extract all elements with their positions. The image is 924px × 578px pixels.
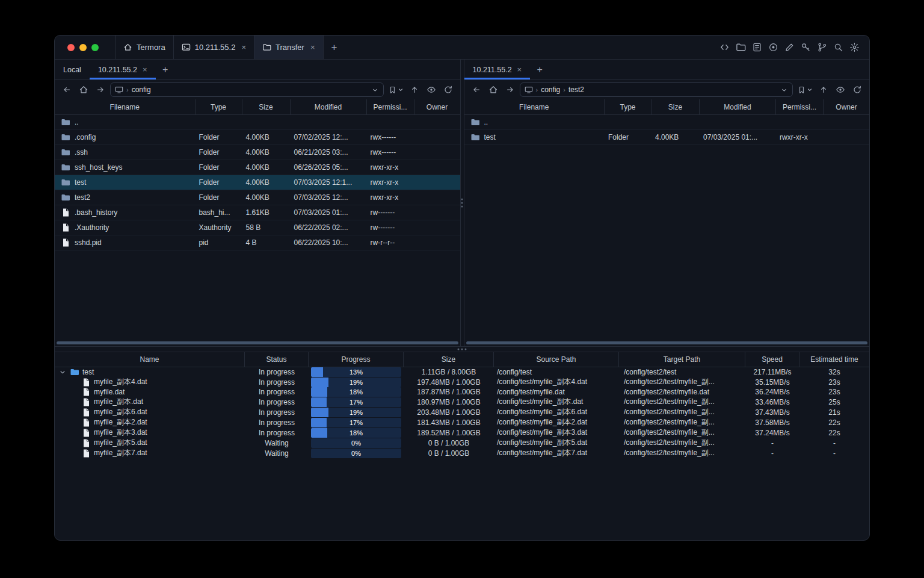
close-icon[interactable]: × — [241, 43, 246, 51]
chevron-down-icon[interactable] — [58, 368, 67, 376]
column-header-type[interactable]: Type — [196, 99, 242, 114]
breadcrumb-test2[interactable]: test2 — [568, 85, 584, 94]
file-row[interactable]: .bash_history bash_hi... 1.61KB 07/03/20… — [55, 205, 460, 220]
column-header-name[interactable]: Name — [55, 352, 245, 367]
column-header-progress[interactable]: Progress — [309, 352, 404, 367]
close-icon[interactable]: × — [310, 43, 315, 51]
speed-cell: - — [745, 449, 799, 458]
transfer-row[interactable]: test In progress 13% 1.11GB / 8.00GB /co… — [55, 367, 869, 377]
transfer-row[interactable]: myfile_副本7.dat Waiting 0% 0 B / 1.00GB /… — [55, 448, 869, 458]
show-hidden-button[interactable] — [833, 82, 848, 97]
column-header-type[interactable]: Type — [605, 99, 651, 114]
parent-directory-button[interactable] — [816, 82, 831, 97]
file-row[interactable]: ssh_host_keys Folder 4.00KB 06/26/2025 0… — [55, 160, 460, 175]
home-button[interactable] — [486, 82, 500, 97]
horizontal-splitter[interactable] — [55, 346, 869, 352]
breadcrumb-config[interactable]: config — [132, 85, 151, 94]
chevron-down-icon[interactable] — [371, 86, 379, 94]
folder-icon — [70, 367, 79, 377]
file-row[interactable]: .ssh Folder 4.00KB 06/21/2025 03:... rwx… — [55, 145, 460, 160]
code-icon[interactable] — [719, 42, 730, 52]
column-header-modified[interactable]: Modified — [700, 99, 776, 114]
left-tab-local[interactable]: Local — [55, 60, 90, 79]
horizontal-scrollbar[interactable] — [57, 341, 458, 344]
column-header-owner[interactable]: Owner — [824, 99, 869, 114]
edit-icon[interactable] — [784, 42, 795, 52]
column-header-modified[interactable]: Modified — [291, 99, 367, 114]
column-header-permissions[interactable]: Permissi... — [367, 99, 414, 114]
transfer-row[interactable]: myfile_副本3.dat In progress 18% 189.52MB … — [55, 427, 869, 438]
file-row[interactable]: .. — [464, 115, 870, 130]
column-header-owner[interactable]: Owner — [414, 99, 460, 114]
file-row[interactable]: .. — [55, 115, 460, 130]
file-row[interactable]: test Folder 4.00KB 07/03/2025 01:... rwx… — [464, 130, 870, 145]
folder-icon[interactable] — [736, 42, 746, 52]
left-add-tab-button[interactable]: + — [156, 60, 175, 79]
settings-icon[interactable] — [849, 42, 860, 52]
forward-button[interactable] — [503, 82, 517, 97]
left-path-bar[interactable]: › config — [110, 82, 384, 97]
log-icon[interactable] — [752, 42, 762, 52]
key-icon[interactable] — [801, 42, 811, 52]
column-header-size[interactable]: Size — [242, 99, 291, 114]
right-add-tab-button[interactable]: + — [530, 60, 549, 79]
right-path-bar[interactable]: › config › test2 — [520, 82, 793, 97]
up-arrow-icon — [410, 85, 419, 95]
transfer-row[interactable]: myfile_副本2.dat In progress 17% 181.43MB … — [55, 417, 869, 427]
bookmarks-button[interactable] — [795, 82, 814, 97]
file-row[interactable]: test2 Folder 4.00KB 07/03/2025 12:... rw… — [55, 190, 460, 205]
record-icon[interactable] — [768, 42, 778, 52]
zoom-window-button[interactable] — [91, 44, 99, 51]
show-hidden-button[interactable] — [424, 82, 439, 97]
vertical-splitter[interactable] — [460, 60, 464, 346]
minimize-window-button[interactable] — [79, 44, 87, 51]
column-header-permissions[interactable]: Permissi... — [776, 99, 824, 114]
refresh-icon — [852, 85, 862, 95]
back-button[interactable] — [469, 82, 484, 97]
traffic-lights — [55, 36, 99, 59]
column-header-status[interactable]: Status — [245, 352, 309, 367]
column-header-speed[interactable]: Speed — [745, 352, 799, 367]
target-path-cell: /config/test2/test/myfile_副... — [619, 448, 745, 458]
close-icon[interactable]: × — [517, 66, 522, 73]
close-window-button[interactable] — [67, 44, 75, 51]
horizontal-scrollbar[interactable] — [466, 341, 868, 344]
search-icon[interactable] — [833, 42, 843, 52]
home-button[interactable] — [76, 82, 91, 97]
branch-icon[interactable] — [817, 42, 827, 52]
file-icon — [81, 428, 91, 438]
refresh-button[interactable] — [850, 82, 864, 97]
column-header-filename[interactable]: Filename — [464, 99, 605, 114]
right-tab-host[interactable]: 10.211.55.2 × — [464, 60, 531, 79]
refresh-button[interactable] — [441, 82, 455, 97]
column-header-filename[interactable]: Filename — [55, 99, 196, 114]
bookmarks-button[interactable] — [386, 82, 405, 97]
column-header-estimated-time[interactable]: Estimated time — [799, 352, 869, 367]
chevron-down-icon[interactable] — [780, 86, 788, 94]
parent-directory-button[interactable] — [407, 82, 422, 97]
column-header-target-path[interactable]: Target Path — [619, 352, 745, 367]
tab-transfer[interactable]: Transfer × — [254, 36, 324, 59]
transfer-row[interactable]: myfile_副本6.dat In progress 19% 203.48MB … — [55, 407, 869, 417]
tab-termora[interactable]: Termora — [116, 36, 174, 59]
transfer-row[interactable]: myfile_副本5.dat Waiting 0% 0 B / 1.00GB /… — [55, 438, 869, 448]
file-row[interactable]: .config Folder 4.00KB 07/02/2025 12:... … — [55, 130, 460, 145]
column-header-size[interactable]: Size — [404, 352, 494, 367]
file-row[interactable]: sshd.pid pid 4 B 06/22/2025 10:... rw-r-… — [55, 235, 460, 250]
new-tab-button[interactable]: + — [324, 36, 345, 59]
forward-button[interactable] — [93, 82, 108, 97]
close-icon[interactable]: × — [143, 66, 147, 73]
column-header-source-path[interactable]: Source Path — [494, 352, 619, 367]
transfer-row[interactable]: myfile_副本4.dat In progress 19% 197.48MB … — [55, 377, 869, 387]
transfer-name: myfile_副本2.dat — [94, 417, 147, 427]
left-tab-host[interactable]: 10.211.55.2 × — [90, 60, 156, 79]
tab-host[interactable]: 10.211.55.2 × — [174, 36, 254, 59]
breadcrumb-config[interactable]: config — [541, 85, 560, 94]
folder-icon — [61, 163, 70, 172]
file-row[interactable]: .Xauthority Xauthority 58 B 06/22/2025 0… — [55, 220, 460, 235]
transfer-row[interactable]: myfile.dat In progress 18% 187.87MB / 1.… — [55, 387, 869, 397]
transfer-row[interactable]: myfile_副本.dat In progress 17% 180.97MB /… — [55, 397, 869, 407]
file-row[interactable]: test Folder 4.00KB 07/03/2025 12:1... rw… — [55, 175, 460, 190]
column-header-size[interactable]: Size — [651, 99, 700, 114]
back-button[interactable] — [60, 82, 74, 97]
